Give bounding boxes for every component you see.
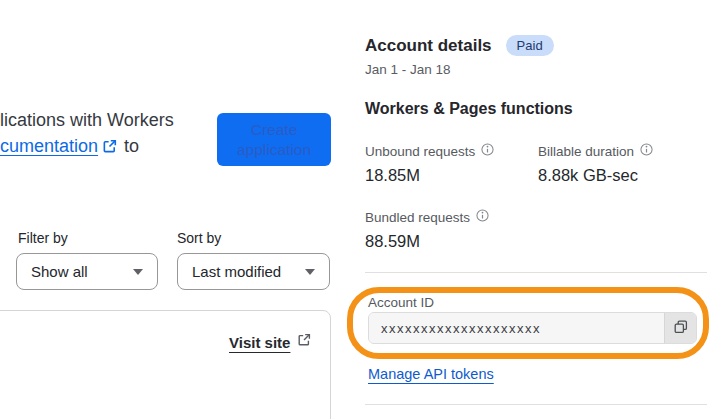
create-application-button[interactable]: Create application: [217, 113, 331, 166]
sort-dropdown[interactable]: Last modified: [177, 253, 330, 290]
billing-date-range: Jan 1 - Jan 18: [365, 62, 451, 77]
intro-text-suffix: to: [124, 136, 139, 156]
sort-by-label: Sort by: [177, 230, 221, 246]
chevron-down-icon: [133, 269, 143, 275]
visit-site-link[interactable]: Visit site: [229, 333, 311, 351]
external-link-icon: [297, 333, 311, 351]
external-link-icon: [102, 135, 117, 161]
info-icon[interactable]: [481, 143, 494, 159]
stat-label: Billable duration: [538, 143, 653, 159]
info-icon[interactable]: [640, 143, 653, 159]
filter-by-label: Filter by: [18, 230, 68, 246]
stat-value: 88.59M: [365, 232, 420, 251]
copy-button[interactable]: [664, 313, 696, 343]
account-id-input[interactable]: [369, 313, 664, 343]
documentation-link[interactable]: cumentation: [0, 136, 98, 156]
account-details-title: Account details: [365, 36, 492, 56]
chevron-down-icon: [305, 269, 315, 275]
filter-dropdown-value: Show all: [31, 263, 88, 280]
stat-value: 8.88k GB-sec: [538, 166, 638, 185]
filter-dropdown[interactable]: Show all: [16, 253, 158, 290]
visit-site-label: Visit site: [229, 334, 290, 351]
account-id-label: Account ID: [368, 295, 434, 310]
manage-api-tokens-link[interactable]: Manage API tokens: [368, 366, 494, 382]
stat-label: Unbound requests: [365, 143, 494, 159]
divider: [365, 272, 707, 273]
info-icon[interactable]: [476, 209, 489, 225]
divider: [365, 404, 707, 405]
project-card: [0, 310, 331, 419]
account-details-header: Account details Paid: [365, 35, 554, 56]
workers-pages-dashboard: lications with Workers cumentation to Cr…: [0, 0, 718, 419]
stat-value: 18.85M: [365, 166, 420, 185]
intro-text-line1: lications with Workers: [0, 110, 174, 130]
sort-dropdown-value: Last modified: [192, 263, 281, 280]
stat-label: Bundled requests: [365, 209, 489, 225]
copy-icon: [673, 319, 689, 338]
account-id-row: [368, 312, 697, 344]
intro-paragraph: lications with Workers cumentation to: [0, 107, 174, 161]
functions-section-title: Workers & Pages functions: [365, 100, 573, 118]
plan-badge: Paid: [506, 35, 554, 56]
